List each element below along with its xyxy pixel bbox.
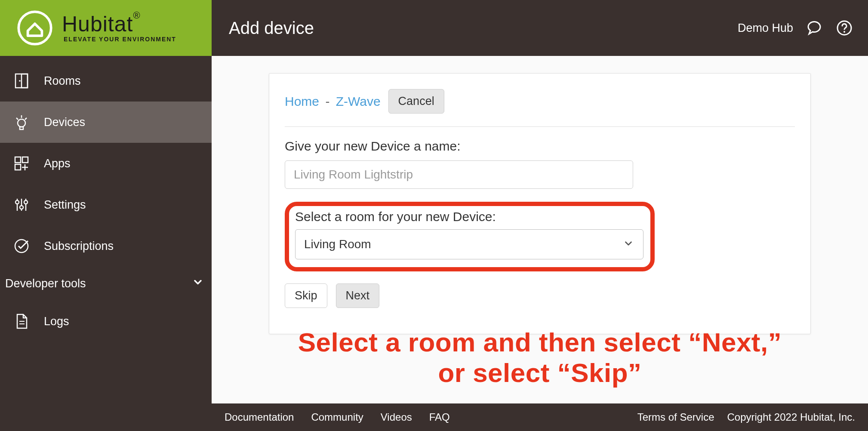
svg-point-24 bbox=[843, 31, 845, 33]
next-button[interactable]: Next bbox=[336, 283, 380, 308]
sidebar-item-label: Rooms bbox=[44, 74, 81, 88]
svg-point-23 bbox=[837, 21, 851, 35]
svg-point-3 bbox=[19, 80, 21, 82]
help-icon[interactable] bbox=[835, 19, 853, 37]
breadcrumb-sep: - bbox=[325, 94, 329, 108]
door-icon bbox=[12, 71, 31, 90]
sidebar: Hubitat® ELEVATE YOUR ENVIRONMENT Rooms … bbox=[0, 0, 212, 431]
content: Home - Z-Wave Cancel Give your new Devic… bbox=[212, 56, 868, 403]
sliders-icon bbox=[12, 195, 31, 214]
svg-point-19 bbox=[24, 200, 28, 204]
nav: Rooms Devices Apps Settings bbox=[0, 56, 212, 431]
sidebar-item-apps[interactable]: Apps bbox=[0, 143, 212, 184]
logo-text: Hubitat® ELEVATE YOUR ENVIRONMENT bbox=[62, 13, 176, 43]
footer-link-documentation[interactable]: Documentation bbox=[225, 411, 294, 423]
footer-link-tos[interactable]: Terms of Service bbox=[637, 411, 714, 423]
svg-point-0 bbox=[18, 12, 51, 44]
page-title: Add device bbox=[229, 18, 738, 38]
svg-line-7 bbox=[25, 118, 27, 120]
sidebar-item-label: Subscriptions bbox=[44, 240, 114, 253]
sidebar-item-devices[interactable]: Devices bbox=[0, 102, 212, 143]
svg-point-20 bbox=[15, 240, 28, 252]
svg-rect-9 bbox=[15, 157, 21, 163]
sidebar-item-subscriptions[interactable]: Subscriptions bbox=[0, 225, 212, 267]
breadcrumb: Home - Z-Wave bbox=[285, 94, 381, 109]
divider bbox=[285, 126, 795, 127]
sidebar-item-rooms[interactable]: Rooms bbox=[0, 60, 212, 102]
device-name-label: Give your new Device a name: bbox=[285, 139, 795, 154]
sidebar-section-developer-tools[interactable]: Developer tools bbox=[0, 267, 212, 301]
footer-link-faq[interactable]: FAQ bbox=[429, 411, 450, 423]
sidebar-item-label: Settings bbox=[44, 198, 86, 212]
svg-point-18 bbox=[20, 206, 23, 209]
bulb-icon bbox=[12, 113, 31, 132]
grid-plus-icon bbox=[12, 154, 31, 173]
svg-rect-8 bbox=[20, 127, 23, 129]
cancel-button[interactable]: Cancel bbox=[388, 89, 444, 114]
sidebar-item-label: Apps bbox=[44, 157, 71, 170]
footer-copyright: Copyright 2022 Hubitat, Inc. bbox=[727, 411, 855, 423]
breadcrumb-home[interactable]: Home bbox=[285, 94, 319, 108]
footer-link-community[interactable]: Community bbox=[311, 411, 363, 423]
room-select-label: Select a room for your new Device: bbox=[295, 209, 644, 224]
skip-button[interactable]: Skip bbox=[285, 283, 327, 308]
svg-rect-11 bbox=[15, 164, 21, 170]
add-device-card: Home - Z-Wave Cancel Give your new Devic… bbox=[269, 73, 811, 334]
logo[interactable]: Hubitat® ELEVATE YOUR ENVIRONMENT bbox=[0, 0, 212, 56]
check-circle-icon bbox=[12, 237, 31, 256]
room-select[interactable]: Living Room bbox=[295, 229, 643, 259]
document-icon bbox=[12, 312, 31, 331]
svg-point-4 bbox=[18, 119, 25, 127]
chat-icon[interactable] bbox=[805, 19, 823, 37]
main: Add device Demo Hub Home - Z-Wave bbox=[212, 0, 868, 431]
room-highlight-box: Select a room for your new Device: Livin… bbox=[285, 202, 655, 271]
svg-line-6 bbox=[16, 118, 18, 120]
sidebar-item-label: Devices bbox=[44, 116, 85, 129]
breadcrumb-zwave[interactable]: Z-Wave bbox=[336, 94, 381, 108]
footer-link-videos[interactable]: Videos bbox=[381, 411, 412, 423]
logo-icon bbox=[17, 10, 52, 46]
instruction-annotation: Select a room and then select “Next,” or… bbox=[233, 327, 846, 388]
svg-point-17 bbox=[15, 200, 19, 204]
device-name-input[interactable] bbox=[285, 160, 633, 189]
svg-rect-2 bbox=[22, 74, 28, 88]
svg-rect-10 bbox=[22, 157, 28, 163]
topbar: Add device Demo Hub bbox=[212, 0, 868, 56]
chevron-down-icon bbox=[192, 276, 204, 291]
section-label: Developer tools bbox=[5, 277, 86, 290]
hub-name[interactable]: Demo Hub bbox=[738, 22, 793, 35]
sidebar-item-logs[interactable]: Logs bbox=[0, 301, 212, 342]
sidebar-item-settings[interactable]: Settings bbox=[0, 184, 212, 225]
sidebar-item-label: Logs bbox=[44, 315, 69, 328]
annotation-line2: or select “Skip” bbox=[233, 357, 846, 388]
breadcrumb-row: Home - Z-Wave Cancel bbox=[285, 89, 795, 114]
footer: Documentation Community Videos FAQ Terms… bbox=[212, 403, 868, 431]
